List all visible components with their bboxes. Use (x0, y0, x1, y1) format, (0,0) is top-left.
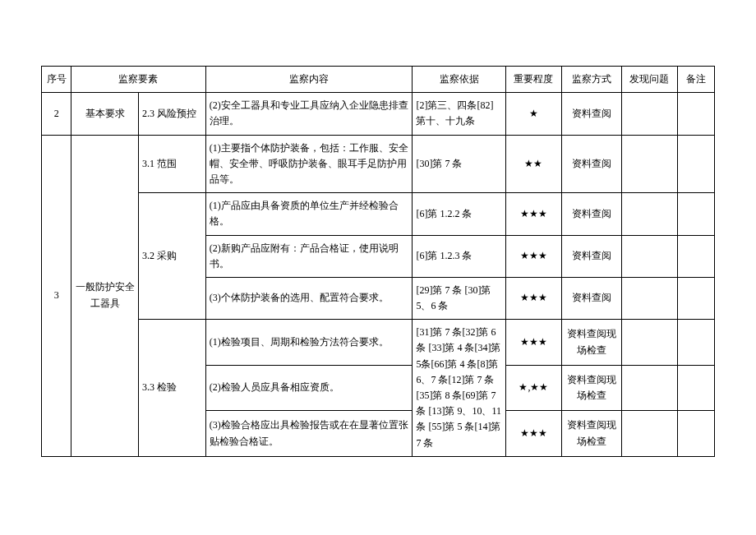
cell-remark (677, 135, 714, 193)
cell-importance: ★★★ (505, 235, 561, 277)
cell-element-a: 基本要求 (71, 93, 139, 135)
header-remark: 备注 (677, 67, 714, 93)
header-seq: 序号 (42, 67, 71, 93)
header-element: 监察要素 (71, 67, 205, 93)
table-row: 3.2 采购 (1)产品应由具备资质的单位生产并经检验合格。 [6]第 1.2.… (42, 193, 715, 235)
cell-basis: [31]第 7 条[32]第 6条 [33]第 4 条[34]第 5条[66]第… (413, 320, 505, 457)
cell-element-b: 2.3 风险预控 (138, 93, 205, 135)
cell-importance: ★★★ (505, 320, 561, 366)
cell-content: (1)主要指个体防护装备，包括：工作服、安全帽、安全带、呼吸防护装备、眼耳手足防… (205, 135, 413, 193)
inspection-table: 序号 监察要素 监察内容 监察依据 重要程度 监察方式 发现问题 备注 2 基本… (41, 66, 715, 457)
header-importance: 重要程度 (505, 67, 561, 93)
table-row: 3 一般防护安全工器具 3.1 范围 (1)主要指个体防护装备，包括：工作服、安… (42, 135, 715, 193)
cell-content: (2)安全工器具和专业工具应纳入企业隐患排查治理。 (205, 93, 413, 135)
cell-method: 资料查阅 (561, 135, 621, 193)
cell-method: 资料查阅 (561, 277, 621, 319)
cell-basis: [29]第 7 条 [30]第 5、6 条 (413, 277, 505, 319)
cell-problem (621, 320, 677, 366)
cell-problem (621, 135, 677, 193)
header-content: 监察内容 (205, 67, 413, 93)
cell-remark (677, 193, 714, 235)
cell-content: (2)新购产品应附有：产品合格证，使用说明书。 (205, 235, 413, 277)
table-row: 2 基本要求 2.3 风险预控 (2)安全工器具和专业工具应纳入企业隐患排查治理… (42, 93, 715, 135)
cell-method: 资料查阅现场检查 (561, 411, 621, 457)
cell-basis: [6]第 1.2.2 条 (413, 193, 505, 235)
cell-element-b: 3.3 检验 (138, 320, 205, 457)
cell-remark (677, 93, 714, 135)
cell-element-a: 一般防护安全工器具 (71, 135, 139, 456)
cell-method: 资料查阅 (561, 235, 621, 277)
header-method: 监察方式 (561, 67, 621, 93)
cell-content: (1)产品应由具备资质的单位生产并经检验合格。 (205, 193, 413, 235)
cell-remark (677, 320, 714, 366)
cell-element-b: 3.2 采购 (138, 193, 205, 320)
cell-problem (621, 411, 677, 457)
cell-importance: ★★★ (505, 411, 561, 457)
cell-importance: ★★ (505, 135, 561, 193)
cell-remark (677, 411, 714, 457)
cell-content: (3)个体防护装备的选用、配置符合要求。 (205, 277, 413, 319)
cell-problem (621, 365, 677, 411)
cell-basis: [6]第 1.2.3 条 (413, 235, 505, 277)
header-problem: 发现问题 (621, 67, 677, 93)
cell-remark (677, 277, 714, 319)
cell-importance: ★ (505, 93, 561, 135)
cell-method: 资料查阅现场检查 (561, 365, 621, 411)
cell-problem (621, 193, 677, 235)
cell-problem (621, 93, 677, 135)
cell-problem (621, 235, 677, 277)
cell-element-b: 3.1 范围 (138, 135, 205, 193)
cell-content: (1)检验项目、周期和检验方法符合要求。 (205, 320, 413, 366)
cell-importance: ★,★★ (505, 365, 561, 411)
table-row: 3.3 检验 (1)检验项目、周期和检验方法符合要求。 [31]第 7 条[32… (42, 320, 715, 366)
cell-method: 资料查阅 (561, 193, 621, 235)
cell-content: (2)检验人员应具备相应资质。 (205, 365, 413, 411)
table-header-row: 序号 监察要素 监察内容 监察依据 重要程度 监察方式 发现问题 备注 (42, 67, 715, 93)
cell-seq: 3 (42, 135, 71, 456)
cell-method: 资料查阅 (561, 93, 621, 135)
cell-method: 资料查阅现场检查 (561, 320, 621, 366)
cell-content: (3)检验合格应出具检验报告或在在显著位置张贴检验合格证。 (205, 411, 413, 457)
cell-remark (677, 365, 714, 411)
cell-seq: 2 (42, 93, 71, 135)
cell-basis: [2]第三、四条[82]第十、十九条 (413, 93, 505, 135)
cell-remark (677, 235, 714, 277)
cell-problem (621, 277, 677, 319)
cell-importance: ★★★ (505, 277, 561, 319)
cell-importance: ★★★ (505, 193, 561, 235)
header-basis: 监察依据 (413, 67, 505, 93)
cell-basis: [30]第 7 条 (413, 135, 505, 193)
